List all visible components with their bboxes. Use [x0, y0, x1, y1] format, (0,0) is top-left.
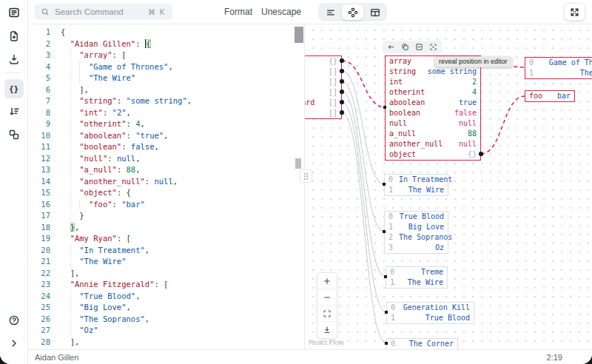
code-line: 21 "The Wire" [28, 256, 304, 268]
code-line: 24 "True Blood", [28, 291, 304, 303]
app-logo-icon [8, 7, 20, 18]
code-line: 3 "array": [ [28, 50, 304, 61]
compare-icon [8, 129, 20, 141]
help-icon [8, 314, 20, 326]
node-aidan-gillen[interactable]: array[]stringsome stringint2otherint4abo… [385, 55, 481, 161]
sidebar-item-transform[interactable] [4, 102, 24, 121]
line-content: "Game of Thrones", [61, 61, 173, 73]
search-shortcut: ⌘ K [148, 8, 166, 16]
line-content: "a_null": 88, [61, 164, 141, 176]
line-content: "Big Love", [61, 302, 131, 314]
node-row: Aidan Gillen{} [305, 56, 341, 67]
edge-gray [342, 71, 384, 184]
indent-guide [70, 210, 71, 222]
node-row: 0Treme [386, 267, 447, 277]
sidebar-divider [4, 73, 21, 73]
fit-view-button[interactable] [317, 306, 337, 322]
node-row: 3Oz [385, 243, 448, 253]
code-line: 8 "int": "2", [28, 107, 304, 119]
search-icon [41, 7, 50, 16]
node-root[interactable]: Aidan Gillen{}Amy Ryan[]Annie Fitzgerald… [305, 55, 342, 119]
code-line: 17 } [28, 210, 304, 222]
fullscreen-button[interactable] [564, 3, 585, 21]
node-amy-ryan[interactable]: 0In Treatment1The Wire [384, 174, 448, 196]
node-object-foo[interactable]: foobar [525, 90, 575, 102]
line-number: 3 [28, 50, 50, 61]
line-number: 19 [28, 233, 50, 245]
graph-canvas[interactable]: Aidan Gillen{}Amy Ryan[]Annie Fitzgerald… [305, 24, 592, 349]
node-row: stringsome string [386, 67, 480, 77]
line-content: }, [61, 222, 79, 234]
format-button[interactable]: Format [220, 0, 257, 24]
indent-guide [70, 84, 71, 96]
node-toolbar-back-arrow-button[interactable] [387, 43, 395, 51]
edge-red [481, 96, 525, 154]
node-toolbar-collapse-button[interactable] [415, 43, 423, 51]
view-mode-table-view[interactable] [364, 4, 386, 20]
status-bar: Aidan Gillen 2:19 [28, 349, 592, 364]
node-row: Amy Ryan[] [305, 67, 341, 77]
node-array-shows[interactable]: 0Game of Thrones1The Wire [525, 57, 592, 79]
indent-guide [70, 153, 71, 165]
sidebar-item-editor-view[interactable]: {} [4, 79, 24, 98]
line-content: "foo": "bar" [61, 199, 145, 211]
sidebar-item-collapse-sidebar[interactable] [4, 334, 24, 353]
line-content: "otherint": 4, [61, 118, 145, 130]
indent-guide [70, 95, 71, 107]
indent-guide [70, 302, 71, 314]
indent-guide [70, 187, 71, 199]
indent-guide [70, 325, 71, 337]
node-row: another_nullnull [386, 139, 480, 149]
json-editor[interactable]: 1{2 "Aidan Gillen": {3 "array": [4 "Game… [28, 24, 305, 349]
file-plus-icon [8, 30, 20, 42]
zoom-in-button[interactable] [317, 273, 337, 289]
node-toolbar-focus-button[interactable] [429, 43, 437, 51]
editor-lines: 1{2 "Aidan Gillen": {3 "array": [4 "Game… [28, 24, 304, 349]
node-annie-fitzgerald[interactable]: 0True Blood1Big Love2The Sopranos3Oz [384, 211, 448, 254]
sidebar-item-new-document[interactable] [4, 27, 24, 46]
code-line: 19 "Amy Ryan": [ [28, 233, 304, 245]
line-number: 1 [28, 27, 50, 38]
line-number: 12 [28, 153, 50, 165]
line-number: 20 [28, 245, 50, 257]
editor-scrollbar-thumb[interactable] [295, 27, 303, 43]
line-number: 27 [28, 325, 50, 337]
node-row: 1The Wire [525, 68, 592, 78]
code-line: 25 "Big Love", [28, 302, 304, 314]
sidebar-item-help[interactable] [4, 311, 24, 330]
unescape-button[interactable]: Unescape [257, 0, 306, 24]
indent-guide [70, 176, 71, 188]
node-row: 0In Treatment [385, 175, 448, 185]
node-toolbar-copy-button[interactable] [401, 43, 409, 51]
code-line: 15 "object": { [28, 187, 304, 199]
line-content: "another_null": null, [61, 176, 178, 188]
react-flow-attribution[interactable]: React Flow [309, 338, 344, 346]
line-content: ], [61, 337, 79, 348]
view-mode-flow-view[interactable] [342, 4, 363, 20]
search-input[interactable]: Search Command ⌘ K [34, 4, 172, 20]
line-number: 21 [28, 256, 50, 268]
code-line: 28 ], [28, 337, 304, 348]
line-number: 26 [28, 314, 50, 326]
code-line: 2 "Aidan Gillen": { [28, 38, 304, 50]
sidebar-item-download[interactable] [4, 50, 24, 69]
chevron-right-icon [8, 337, 20, 349]
code-line: 13 "a_null": 88, [28, 164, 304, 176]
code-line: 5 "The Wire" [28, 73, 304, 84]
line-content: "Amy Ryan": [ [61, 233, 131, 245]
view-mode-list-view[interactable] [320, 4, 341, 20]
node-row: int2 [386, 77, 480, 87]
sidebar-item-compare[interactable] [4, 125, 24, 144]
status-breadcrumb: Aidan Gillen [35, 353, 78, 362]
line-content: "boolean": false, [61, 141, 159, 153]
node-alexander-skarsgard[interactable]: 0Generation Kill1True Blood [386, 302, 474, 324]
code-line: 12 "null": null, [28, 153, 304, 165]
panel-resize-handle[interactable] [300, 169, 312, 183]
node-clarke-peters[interactable]: 0The Corner [386, 338, 458, 349]
zoom-out-button[interactable] [317, 289, 337, 306]
line-number: 16 [28, 199, 50, 211]
line-number: 9 [28, 118, 50, 130]
download-image-button[interactable] [317, 322, 337, 338]
node-anwan-glover[interactable]: 0Treme1The Wire [386, 266, 448, 289]
braces-icon: {} [9, 84, 18, 94]
